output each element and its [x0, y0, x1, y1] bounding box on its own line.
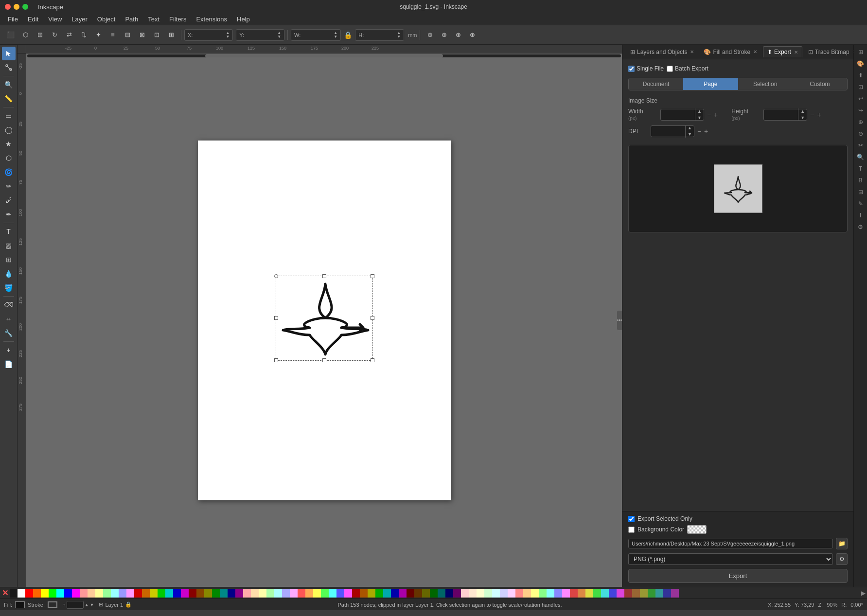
handle-tr[interactable]: [371, 274, 374, 278]
far-right-settings[interactable]: ⚙: [855, 222, 866, 232]
height-up[interactable]: ▲: [798, 108, 807, 115]
dropper-tool[interactable]: 💧: [2, 267, 16, 281]
menu-edit[interactable]: Edit: [24, 15, 42, 24]
width-up[interactable]: ▲: [695, 108, 704, 115]
far-right-paste[interactable]: ⊖: [855, 128, 866, 139]
node-tool[interactable]: [2, 61, 16, 74]
stroke-indicator[interactable]: [48, 601, 57, 608]
palette-color-swatch[interactable]: [609, 589, 617, 598]
width-input-wrap[interactable]: 794 ▲ ▼: [660, 109, 704, 121]
palette-color-swatch[interactable]: [282, 589, 290, 598]
palette-color-swatch[interactable]: [220, 589, 228, 598]
palette-color-swatch[interactable]: [64, 589, 72, 598]
palette-color-swatch[interactable]: [290, 589, 298, 598]
far-right-b[interactable]: B: [855, 175, 866, 186]
palette-color-swatch[interactable]: [570, 589, 578, 598]
palette-color-swatch[interactable]: [150, 589, 158, 598]
palette-color-swatch[interactable]: [407, 589, 414, 598]
palette-color-swatch[interactable]: [422, 589, 430, 598]
palette-color-swatch[interactable]: [368, 589, 375, 598]
y-field[interactable]: Y: 116,946 ▲ ▼: [236, 29, 284, 41]
palette-color-swatch[interactable]: [18, 589, 25, 598]
far-right-t[interactable]: T: [855, 163, 866, 174]
tab-fill-stroke[interactable]: 🎨 Fill and Stroke ✕: [700, 47, 761, 57]
palette-color-swatch[interactable]: [461, 589, 469, 598]
palette-color-swatch[interactable]: [640, 589, 648, 598]
palette-color-swatch[interactable]: [313, 589, 321, 598]
height-input-wrap[interactable]: 1123 ▲ ▼: [763, 109, 807, 121]
zoom-btn[interactable]: ⊞: [33, 28, 47, 42]
w-down[interactable]: ▼: [334, 35, 337, 39]
dpi-input-wrap[interactable]: 96,00 ▲ ▼: [651, 125, 694, 137]
menu-text[interactable]: Text: [144, 15, 163, 24]
align-btn[interactable]: ≡: [106, 28, 120, 42]
far-right-search[interactable]: 🔍: [855, 152, 866, 162]
palette-scroll-right[interactable]: ▶: [859, 589, 867, 598]
palette-none[interactable]: ✕: [0, 588, 10, 598]
far-right-trace[interactable]: ⊡: [855, 82, 866, 92]
palette-color-swatch[interactable]: [484, 589, 492, 598]
width-minus[interactable]: −: [707, 111, 711, 119]
palette-color-swatch[interactable]: [360, 589, 368, 598]
menu-path[interactable]: Path: [121, 15, 142, 24]
dpi-up[interactable]: ▲: [686, 125, 694, 131]
palette-color-swatch[interactable]: [539, 589, 547, 598]
palette-color-swatch[interactable]: [196, 589, 204, 598]
far-right-undo[interactable]: ↩: [855, 93, 866, 104]
far-right-export[interactable]: ⬆: [855, 70, 866, 81]
palette-color-swatch[interactable]: [477, 589, 484, 598]
palette-color-swatch[interactable]: [10, 589, 18, 598]
single-file-option[interactable]: Single File: [628, 65, 664, 72]
scrollbar-thumb[interactable]: [205, 54, 442, 57]
spray-tool[interactable]: 🔧: [2, 326, 16, 340]
dpi-minus[interactable]: −: [697, 127, 701, 135]
mesh-tool[interactable]: ⊞: [2, 253, 16, 266]
palette-color-swatch[interactable]: [228, 589, 235, 598]
tab-trace[interactable]: ⊡ Trace Bitmap ✕: [804, 47, 860, 57]
palette-color-swatch[interactable]: [344, 589, 352, 598]
canvas-content[interactable]: •••: [26, 53, 622, 587]
arrow-tool[interactable]: [2, 47, 16, 60]
dpi-input[interactable]: 96,00: [651, 128, 685, 135]
palette-color-swatch[interactable]: [72, 589, 80, 598]
arrange-btn[interactable]: ⊡: [150, 28, 163, 42]
palette-color-swatch[interactable]: [383, 589, 391, 598]
palette-color-swatch[interactable]: [578, 589, 585, 598]
dpi-down[interactable]: ▼: [686, 131, 694, 138]
canvas-area[interactable]: -25 0 25 50 75 100 125 150 175 200 225 -…: [18, 45, 622, 587]
palette-color-swatch[interactable]: [515, 589, 523, 598]
export-path[interactable]: Users/richmond/Desktop/Max 23 Sept/SVgee…: [628, 539, 833, 548]
zoom-in-tool[interactable]: +: [2, 343, 16, 357]
scrollbar-track[interactable]: [27, 54, 621, 57]
palette-color-swatch[interactable]: [648, 589, 655, 598]
menu-help[interactable]: Help: [233, 15, 254, 24]
export-selected-checkbox[interactable]: [628, 516, 635, 522]
measure-tool[interactable]: 📏: [2, 92, 16, 106]
pen-tool[interactable]: 🖊: [2, 194, 16, 207]
height-plus[interactable]: +: [817, 111, 821, 119]
palette-color-swatch[interactable]: [655, 589, 663, 598]
calligraphy-tool[interactable]: ✒: [2, 208, 16, 221]
page-tool[interactable]: 📄: [2, 357, 16, 371]
snap-btn-3[interactable]: ⊕: [451, 28, 465, 42]
snap-btn-1[interactable]: ⊕: [423, 28, 437, 42]
distribute2-btn[interactable]: ⊠: [135, 28, 149, 42]
palette-color-swatch[interactable]: [531, 589, 539, 598]
palette-color-swatch[interactable]: [173, 589, 181, 598]
far-right-layers[interactable]: ⊞: [855, 47, 866, 57]
bg-color-checkbox[interactable]: [628, 527, 635, 533]
tab-layers-objects[interactable]: ⊞ Layers and Objects ✕: [626, 47, 698, 57]
far-right-grid[interactable]: ⊟: [855, 187, 866, 197]
palette-color-swatch[interactable]: [305, 589, 313, 598]
tab-custom[interactable]: Custom: [793, 78, 847, 90]
palette-color-swatch[interactable]: [274, 589, 282, 598]
palette-color-swatch[interactable]: [25, 589, 33, 598]
palette-color-swatch[interactable]: [321, 589, 329, 598]
far-right-type[interactable]: I: [855, 210, 866, 221]
opacity-stepper-down[interactable]: ▼: [90, 602, 94, 607]
maximize-button[interactable]: [22, 4, 28, 10]
palette-color-swatch[interactable]: [399, 589, 407, 598]
palette-color-swatch[interactable]: [671, 589, 679, 598]
batch-export-option[interactable]: Batch Export: [667, 65, 708, 72]
menu-layer[interactable]: Layer: [68, 15, 91, 24]
